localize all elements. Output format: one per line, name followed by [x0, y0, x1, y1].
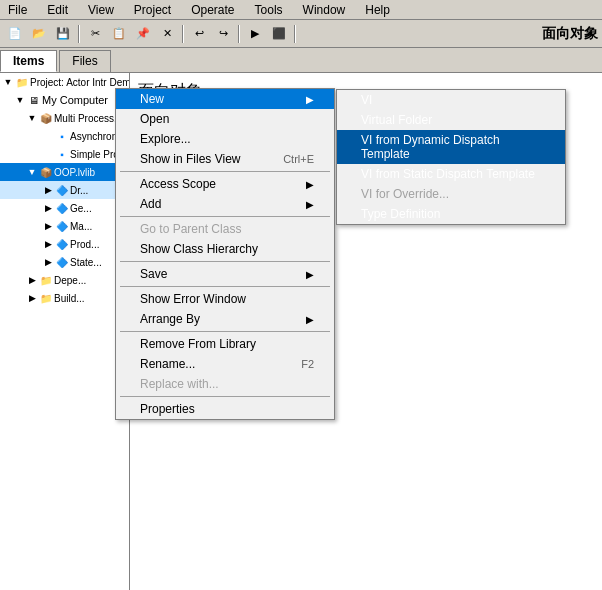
toolbar-open[interactable]: 📂 — [28, 23, 50, 45]
dep-label: Depe... — [54, 275, 86, 286]
ma-label: Ma... — [70, 221, 92, 232]
submenu-vi-dynamic[interactable]: VI from Dynamic Dispatch Template — [337, 130, 565, 164]
toolbar-delete[interactable]: ✕ — [156, 23, 178, 45]
tab-bar: Items Files — [0, 48, 602, 73]
lib-icon-oop: 📦 — [38, 164, 54, 180]
toolbar-sep4 — [294, 25, 296, 43]
toolbar-debug[interactable]: ▶ — [244, 23, 266, 45]
toolbar-save[interactable]: 💾 — [52, 23, 74, 45]
menu-view[interactable]: View — [84, 2, 118, 18]
tree-ge[interactable]: ▶ 🔷 Ge... — [0, 199, 129, 217]
expand-prod[interactable]: ▶ — [42, 238, 54, 250]
tree-asynccall[interactable]: ▪ Asynchronous Call — [0, 127, 129, 145]
tree-prod[interactable]: ▶ 🔷 Prod... — [0, 235, 129, 253]
build-icon: 📁 — [38, 290, 54, 306]
labview-logo: 面向对象 — [542, 25, 598, 43]
tab-files[interactable]: Files — [59, 50, 110, 72]
submenu-vi-override: VI for Override... — [337, 184, 565, 204]
menu-item-new[interactable]: New ▶ VI Virtual Folder VI from Dynamic … — [116, 89, 334, 109]
menu-item-replace: Replace with... — [116, 374, 334, 394]
arrow-arrange: ▶ — [306, 314, 314, 325]
submenu-virtual-folder[interactable]: Virtual Folder — [337, 110, 565, 130]
expand-ge[interactable]: ▶ — [42, 202, 54, 214]
prod-label: Prod... — [70, 239, 99, 250]
shortcut-rename: F2 — [301, 358, 314, 370]
separator-5 — [120, 331, 330, 332]
mycomputer-label: My Computer — [42, 94, 108, 106]
state-label: State... — [70, 257, 102, 268]
tree-state[interactable]: ▶ 🔷 State... — [0, 253, 129, 271]
separator-1 — [120, 171, 330, 172]
menu-project[interactable]: Project — [130, 2, 175, 18]
menu-file[interactable]: File — [4, 2, 31, 18]
menu-help[interactable]: Help — [361, 2, 394, 18]
menu-item-show-error[interactable]: Show Error Window — [116, 289, 334, 309]
toolbar-sep1 — [78, 25, 80, 43]
expand-oop[interactable]: ▼ — [26, 166, 38, 178]
menu-item-rename[interactable]: Rename... F2 — [116, 354, 334, 374]
project-icon: 📁 — [14, 74, 30, 90]
expand-project[interactable]: ▼ — [2, 76, 14, 88]
menu-item-open[interactable]: Open — [116, 109, 334, 129]
expand-dep[interactable]: ▶ — [26, 274, 38, 286]
tree-oop[interactable]: ▼ 📦 OOP.lvlib — [0, 163, 129, 181]
expand-multiprocess[interactable]: ▼ — [26, 112, 38, 124]
tree-project[interactable]: ▼ 📁 Project: Actor Intr Demo.lvproj — [0, 73, 129, 91]
menu-item-show-files[interactable]: Show in Files View Ctrl+E — [116, 149, 334, 169]
toolbar-undo[interactable]: ↩ — [188, 23, 210, 45]
submenu-vi[interactable]: VI — [337, 90, 565, 110]
tree-mycomputer[interactable]: ▼ 🖥 My Computer — [0, 91, 129, 109]
separator-3 — [120, 261, 330, 262]
menu-item-access-scope[interactable]: Access Scope ▶ — [116, 174, 334, 194]
menu-tools[interactable]: Tools — [251, 2, 287, 18]
project-label: Project: Actor Intr Demo.lvproj — [30, 77, 130, 88]
toolbar-stop[interactable]: ⬛ — [268, 23, 290, 45]
expand-mycomputer[interactable]: ▼ — [14, 94, 26, 106]
expand-build[interactable]: ▶ — [26, 292, 38, 304]
context-menu: New ▶ VI Virtual Folder VI from Dynamic … — [115, 88, 335, 420]
submenu-type-def[interactable]: Type Definition — [337, 204, 565, 224]
submenu-vi-static[interactable]: VI from Static Dispatch Template — [337, 164, 565, 184]
arrow-add: ▶ — [306, 199, 314, 210]
menu-item-properties[interactable]: Properties — [116, 399, 334, 419]
toolbar-copy[interactable]: 📋 — [108, 23, 130, 45]
menu-item-add[interactable]: Add ▶ — [116, 194, 334, 214]
toolbar-cut[interactable]: ✂ — [84, 23, 106, 45]
menu-bar: File Edit View Project Operate Tools Win… — [0, 0, 602, 20]
menu-item-save[interactable]: Save ▶ — [116, 264, 334, 284]
tree-dep[interactable]: ▶ 📁 Depe... — [0, 271, 129, 289]
toolbar-paste[interactable]: 📌 — [132, 23, 154, 45]
menu-window[interactable]: Window — [299, 2, 350, 18]
arrow-save: ▶ — [306, 269, 314, 280]
expand-async[interactable] — [42, 130, 54, 142]
menu-item-show-hierarchy[interactable]: Show Class Hierarchy — [116, 239, 334, 259]
expand-state[interactable]: ▶ — [42, 256, 54, 268]
toolbar-new[interactable]: 📄 — [4, 23, 26, 45]
menu-edit[interactable]: Edit — [43, 2, 72, 18]
dep-icon: 📁 — [38, 272, 54, 288]
expand-simple[interactable] — [42, 148, 54, 160]
expand-ma[interactable]: ▶ — [42, 220, 54, 232]
submenu-new: VI Virtual Folder VI from Dynamic Dispat… — [336, 89, 566, 225]
tree-simpleprocess[interactable]: ▪ Simple Process VI — [0, 145, 129, 163]
menu-item-explore[interactable]: Explore... — [116, 129, 334, 149]
tree-multiprocess[interactable]: ▼ 📦 Multi Process.lvlib — [0, 109, 129, 127]
tree-dr[interactable]: ▶ 🔷 Dr... — [0, 181, 129, 199]
menu-item-arrange[interactable]: Arrange By ▶ — [116, 309, 334, 329]
ge-label: Ge... — [70, 203, 92, 214]
menu-item-remove[interactable]: Remove From Library — [116, 334, 334, 354]
shortcut-show-files: Ctrl+E — [283, 153, 314, 165]
build-label: Build... — [54, 293, 85, 304]
tree-build[interactable]: ▶ 📁 Build... — [0, 289, 129, 307]
arrow-new: ▶ — [306, 94, 314, 105]
expand-dr[interactable]: ▶ — [42, 184, 54, 196]
toolbar-sep3 — [238, 25, 240, 43]
toolbar-redo[interactable]: ↪ — [212, 23, 234, 45]
menu-operate[interactable]: Operate — [187, 2, 238, 18]
toolbar: 📄 📂 💾 ✂ 📋 📌 ✕ ↩ ↪ ▶ ⬛ 面向对象 — [0, 20, 602, 48]
menu-item-go-parent: Go to Parent Class — [116, 219, 334, 239]
tab-items[interactable]: Items — [0, 50, 57, 72]
dr-label: Dr... — [70, 185, 88, 196]
tree-ma[interactable]: ▶ 🔷 Ma... — [0, 217, 129, 235]
class-icon-state: 🔷 — [54, 254, 70, 270]
